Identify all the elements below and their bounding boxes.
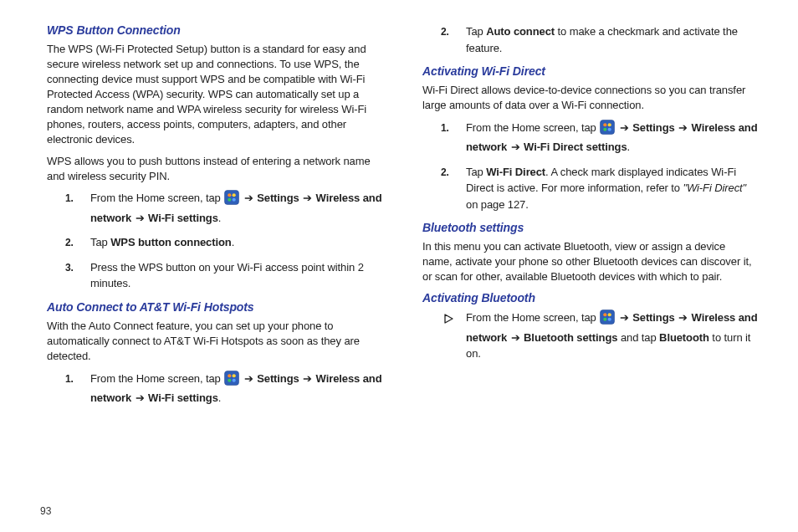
right-column: Tap Auto connect to make a checkmark and…: [416, 22, 758, 415]
step-fragment: on page 127.: [466, 198, 529, 211]
arrow-icon: ➔: [243, 372, 254, 385]
nav-path: Settings: [257, 372, 302, 385]
apps-icon: [600, 309, 615, 330]
nav-path: Settings: [257, 192, 302, 204]
ui-label: Bluetooth: [659, 331, 709, 344]
body-text: The WPS (Wi-Fi Protected Setup) button i…: [47, 42, 382, 147]
single-step: From the Home screen, tap ➔ Settings ➔ W…: [441, 309, 758, 362]
arrow-icon: ➔: [619, 121, 630, 134]
step-item: From the Home screen, tap ➔ Settings ➔ W…: [65, 371, 382, 407]
two-column-layout: WPS Button Connection The WPS (Wi-Fi Pro…: [40, 22, 758, 415]
body-text: With the Auto Connect feature, you can s…: [47, 319, 382, 364]
step-item: Tap WPS button connection.: [65, 234, 382, 251]
ordered-steps: From the Home screen, tap ➔ Settings ➔ W…: [441, 120, 758, 213]
nav-path: Wi-Fi settings: [148, 212, 218, 224]
step-item: Press the WPS button on your Wi-Fi acces…: [65, 259, 382, 292]
body-text: In this menu you can activate Bluetooth,…: [422, 239, 758, 284]
apps-icon: [600, 120, 615, 140]
ordered-steps-continued: Tap Auto connect to make a checkmark and…: [441, 23, 758, 56]
nav-path: Wi-Fi settings: [148, 391, 218, 404]
heading-wifi-direct: Activating Wi-Fi Direct: [422, 64, 758, 78]
arrow-icon: ➔: [678, 121, 688, 134]
arrow-icon: ➔: [302, 192, 313, 204]
heading-wps: WPS Button Connection: [47, 23, 382, 37]
arrow-icon: ➔: [135, 212, 146, 224]
arrow-icon: ➔: [678, 311, 688, 324]
arrow-icon: ➔: [510, 141, 521, 153]
step-item: From the Home screen, tap ➔ Settings ➔ W…: [65, 190, 382, 226]
reference-text: "Wi-Fi Direct": [683, 182, 747, 194]
step-fragment: Tap: [466, 166, 486, 178]
ordered-steps: From the Home screen, tap ➔ Settings ➔ W…: [65, 190, 382, 292]
period: .: [627, 141, 631, 153]
ui-label: Auto connect: [486, 25, 555, 38]
nav-path: Settings: [632, 311, 678, 324]
body-text: WPS allows you to push buttons instead o…: [47, 154, 382, 184]
nav-path: Wi-Fi Direct settings: [524, 141, 627, 153]
ui-label: Wi-Fi Direct: [486, 166, 545, 178]
step-fragment: From the Home screen, tap: [90, 192, 223, 204]
page-number: 93: [40, 505, 51, 517]
apps-icon: [224, 190, 239, 210]
body-text: Wi-Fi Direct allows device-to-device con…: [422, 83, 758, 113]
period: .: [232, 236, 235, 248]
period: .: [218, 391, 222, 404]
arrow-icon: ➔: [302, 372, 313, 385]
manual-page: WPS Button Connection The WPS (Wi-Fi Pro…: [0, 0, 798, 532]
nav-path: Bluetooth settings: [524, 331, 617, 344]
arrow-icon: ➔: [243, 192, 254, 204]
ordered-steps: From the Home screen, tap ➔ Settings ➔ W…: [65, 371, 382, 407]
arrow-icon: ➔: [135, 391, 146, 404]
step-item: Tap Wi-Fi Direct. A check mark displayed…: [441, 164, 758, 213]
nav-path: Settings: [632, 121, 678, 134]
step-fragment: From the Home screen, tap: [466, 121, 599, 134]
apps-icon: [224, 371, 239, 391]
step-item: From the Home screen, tap ➔ Settings ➔ W…: [441, 120, 758, 156]
step-fragment: Tap: [90, 236, 110, 248]
step-item: Tap Auto connect to make a checkmark and…: [441, 23, 758, 56]
step-fragment: Tap: [466, 25, 486, 38]
step-fragment: and tap: [617, 331, 659, 344]
step-fragment: From the Home screen, tap: [466, 311, 599, 324]
left-column: WPS Button Connection The WPS (Wi-Fi Pro…: [40, 22, 382, 415]
triangle-bullet-icon: [443, 312, 453, 329]
heading-activating-bluetooth: Activating Bluetooth: [422, 291, 758, 304]
heading-auto-connect: Auto Connect to AT&T Wi-Fi Hotspots: [47, 300, 382, 314]
arrow-icon: ➔: [619, 311, 630, 324]
period: .: [218, 212, 222, 224]
ui-label: WPS button connection: [110, 236, 232, 248]
heading-bluetooth-settings: Bluetooth settings: [422, 221, 758, 234]
arrow-icon: ➔: [510, 331, 521, 344]
step-fragment: From the Home screen, tap: [90, 372, 223, 385]
